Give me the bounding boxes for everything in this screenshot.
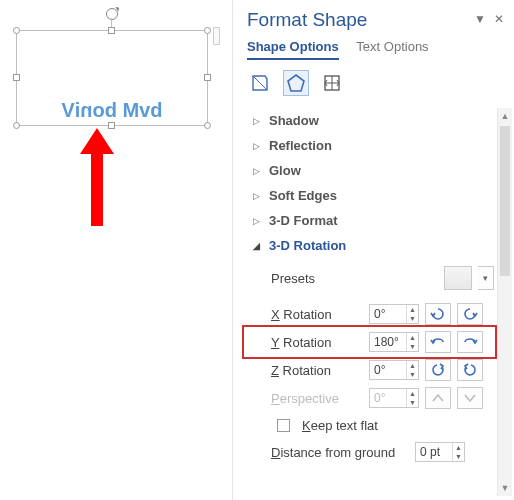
resize-handle-e[interactable] [204,74,211,81]
fill-line-icon[interactable] [247,70,273,96]
label-x-rotation: X Rotation [271,307,363,322]
shape-text[interactable]: bvM boniV [17,99,207,122]
pane-close-button[interactable]: ✕ [494,12,504,26]
scroll-up-button[interactable]: ▲ [498,108,512,124]
ruler-indent-marker[interactable] [213,27,220,45]
section-3d-format[interactable]: ▷3-D Format [245,208,494,233]
resize-handle-nw[interactable] [13,27,20,34]
checkbox-keep-text-flat[interactable] [277,419,290,432]
resize-handle-n[interactable] [108,27,115,34]
resize-handle-w[interactable] [13,74,20,81]
format-shape-pane: Format Shape ▼ ✕ Shape Options Text Opti… [233,0,514,500]
tab-text-options[interactable]: Text Options [356,37,428,58]
resize-handle-se[interactable] [204,122,211,129]
section-reflection[interactable]: ▷Reflection [245,133,494,158]
input-y-rotation[interactable]: 180°▲▼ [369,332,419,352]
input-x-rotation[interactable]: 0°▲▼ [369,304,419,324]
x-rotate-left-button[interactable] [425,303,451,325]
y-rotate-right-button[interactable] [457,331,483,353]
selected-shape[interactable]: bvM boniV [16,30,208,126]
pane-tabs: Shape Options Text Options [247,37,514,60]
label-perspective: Perspective [271,391,363,406]
section-glow[interactable]: ▷Glow [245,158,494,183]
svg-marker-0 [288,75,304,91]
section-3d-rotation[interactable]: ◢3-D Rotation [245,233,494,258]
scroll-down-button[interactable]: ▼ [498,480,512,496]
size-properties-icon[interactable] [319,70,345,96]
label-y-rotation: Y Rotation [271,335,363,350]
section-soft-edges[interactable]: ▷Soft Edges [245,183,494,208]
label-presets: Presets [271,271,365,286]
label-keep-text-flat: Keep text flat [302,418,378,433]
input-distance-from-ground[interactable]: 0 pt▲▼ [415,442,465,462]
rotation-handle[interactable] [106,8,118,20]
pane-options-button[interactable]: ▼ [474,12,486,26]
presets-swatch[interactable] [444,266,472,290]
pane-scrollbar[interactable]: ▲ ▼ [497,108,512,496]
section-shadow[interactable]: ▷Shadow [245,108,494,133]
x-rotate-right-button[interactable] [457,303,483,325]
z-rotate-cw-button[interactable] [457,359,483,381]
presets-dropdown[interactable]: ▾ [478,266,494,290]
scroll-thumb[interactable] [500,126,510,276]
input-perspective: 0°▲▼ [369,388,419,408]
effects-icon[interactable] [283,70,309,96]
label-distance-from-ground: Distance from ground [271,445,409,460]
resize-handle-ne[interactable] [204,27,211,34]
document-canvas: bvM boniV [0,0,233,500]
perspective-down-button [457,387,483,409]
annotation-arrow [80,128,114,226]
resize-handle-sw[interactable] [13,122,20,129]
input-z-rotation[interactable]: 0°▲▼ [369,360,419,380]
perspective-up-button [425,387,451,409]
label-z-rotation: Z Rotation [271,363,363,378]
tab-shape-options[interactable]: Shape Options [247,37,339,60]
y-rotate-left-button[interactable] [425,331,451,353]
z-rotate-ccw-button[interactable] [425,359,451,381]
